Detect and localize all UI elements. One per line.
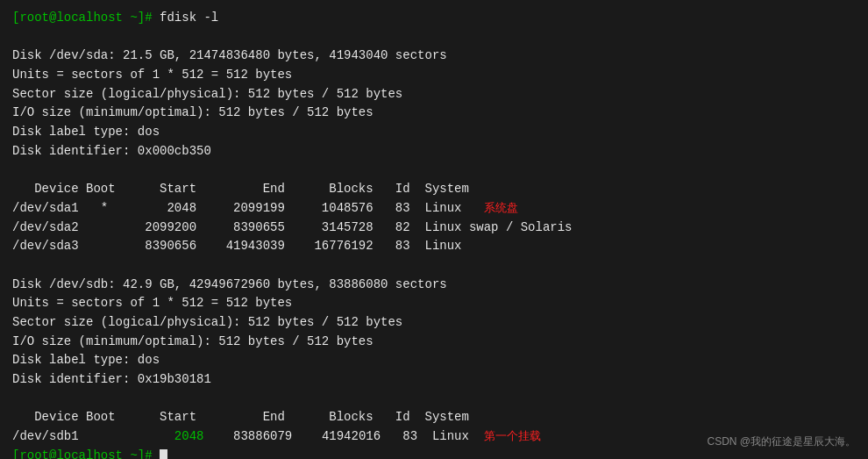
sdb1-text-pre: /dev/sdb1 [12,429,145,443]
command-text: fdisk -l [160,11,218,25]
units-sdb: Units = sectors of 1 * 512 = 512 bytes [12,294,856,313]
final-prompt: [root@localhost ~]# [12,448,160,459]
annotation-sda: 系统盘 [484,201,518,214]
disk-sda-info: Disk /dev/sda: 21.5 GB, 21474836480 byte… [12,47,856,66]
io-size-sda: I/O size (minimum/optimal): 512 bytes / … [12,104,856,123]
sector-size-sda: Sector size (logical/physical): 512 byte… [12,85,856,104]
sda2-line: /dev/sda2 2099200 8390655 3145728 82 Lin… [12,219,856,238]
io-size-sdb: I/O size (minimum/optimal): 512 bytes / … [12,333,856,352]
sda1-line: /dev/sda1 * 2048 2099199 1048576 83 Linu… [12,199,856,219]
sdb1-start: 2048 [145,429,203,443]
sda1-text: /dev/sda1 * 2048 2099199 1048576 83 Linu… [12,201,461,215]
cursor [160,449,167,459]
sector-size-sdb: Sector size (logical/physical): 512 byte… [12,313,856,333]
label-type-sda: Disk label type: dos [12,123,856,142]
disk-sdb-info: Disk /dev/sdb: 42.9 GB, 42949672960 byte… [12,276,856,295]
command-line: [root@localhost ~]# fdisk -l [12,9,856,28]
table-header2: Device Boot Start End Blocks Id System [12,408,856,427]
prompt: [root@localhost ~]# [12,11,160,25]
sdb1-text-rest: 83886079 41942016 83 Linux [203,429,468,443]
label-type-sdb: Disk label type: dos [12,351,856,370]
identifier-sda: Disk identifier: 0x000cb350 [12,142,856,161]
units-sda: Units = sectors of 1 * 512 = 512 bytes [12,66,856,85]
terminal-window: [root@localhost ~]# fdisk -l Disk /dev/s… [0,0,868,459]
identifier-sdb: Disk identifier: 0x19b30181 [12,370,856,390]
sda3-line: /dev/sda3 8390656 41943039 16776192 83 L… [12,237,856,256]
table-header: Device Boot Start End Blocks Id System [12,180,856,199]
watermark: CSDN @我的征途是星辰大海。 [707,434,856,450]
annotation-sdb: 第一个挂载 [484,429,541,442]
